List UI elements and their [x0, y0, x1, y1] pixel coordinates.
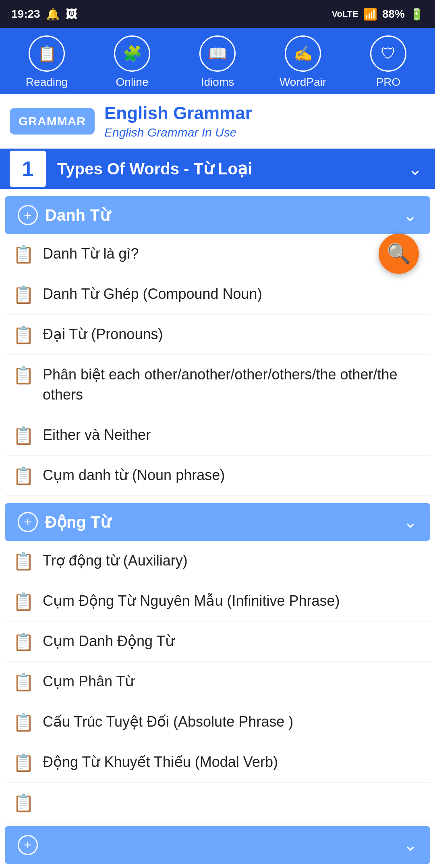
wordpair-icon: ✍ [294, 45, 313, 62]
network-icon: VoLTE [332, 9, 358, 19]
list-item[interactable]: 📋 Cấu Trúc Tuyệt Đối (Absolute Phrase ) [5, 702, 430, 742]
document-icon: 📋 [13, 426, 34, 445]
fab-search-button[interactable]: 🔍 [379, 234, 419, 274]
list-item[interactable]: 📋 Cụm danh từ (Noun phrase) [5, 456, 430, 496]
reading-icon: 📋 [37, 45, 56, 62]
grammar-title: English Grammar [104, 103, 252, 123]
item-text: Cụm Phân Từ [43, 671, 134, 692]
item-text: Danh Từ là gì? [43, 244, 139, 264]
list-item[interactable]: 📋 Phân biệt each other/another/other/oth… [5, 355, 430, 415]
category-plus-icon: + [18, 205, 38, 225]
reading-icon-circle: 📋 [29, 35, 65, 72]
idioms-icon: 📖 [208, 45, 227, 62]
search-icon: 🔍 [387, 242, 411, 265]
status-right: VoLTE 📶 88% 🔋 [332, 8, 424, 21]
signal-icon: 📶 [363, 8, 377, 21]
nav-bar: 📋 Reading 🧩 Online 📖 Idioms ✍ WordPair 🛡… [0, 28, 435, 94]
danh-tu-items: 📋 Danh Từ là gì? 📋 Danh Từ Ghép (Compoun… [0, 234, 435, 496]
section-number: 1 [10, 151, 46, 187]
document-icon: 📋 [13, 466, 34, 486]
list-item[interactable]: 📋 Either và Neither [5, 415, 430, 456]
document-icon: 📋 [13, 551, 34, 571]
category-plus-icon: + [18, 512, 38, 532]
item-text: Trợ động từ (Auxiliary) [43, 551, 188, 571]
category-danh-tu-chevron-icon: ⌄ [403, 205, 417, 225]
grammar-badge[interactable]: GRAMMAR [10, 108, 95, 135]
item-text: Cụm danh từ (Noun phrase) [43, 465, 225, 485]
category-dong-tu[interactable]: + Động Từ ⌄ [5, 503, 430, 541]
bottom-category-chevron-icon: ⌄ [403, 835, 417, 855]
battery-display: 88% [382, 8, 405, 21]
document-icon: 📋 [13, 753, 34, 773]
document-icon: 📋 [13, 592, 34, 611]
list-item[interactable]: 📋 Đại Từ (Pronouns) [5, 315, 430, 355]
bottom-category[interactable]: + ⌄ [5, 826, 430, 864]
dong-tu-items: 📋 Trợ động từ (Auxiliary) 📋 Cụm Động Từ … [0, 541, 435, 823]
list-item[interactable]: 📋 Động Từ Khuyết Thiếu (Modal Verb) [5, 742, 430, 783]
document-icon: 📋 [13, 285, 34, 305]
document-icon: 📋 [13, 713, 34, 732]
item-text: Đại Từ (Pronouns) [43, 324, 163, 344]
item-text: Cụm Động Từ Nguyên Mẫu (Infinitive Phras… [43, 591, 340, 611]
grammar-subtitle: English Grammar In Use [104, 126, 252, 139]
document-icon: 📋 [13, 325, 34, 345]
list-item[interactable]: 📋 Cụm Động Từ Nguyên Mẫu (Infinitive Phr… [5, 581, 430, 621]
category-dong-tu-chevron-icon: ⌄ [403, 512, 417, 532]
nav-online-label: Online [116, 76, 149, 89]
category-danh-tu-label: Danh Từ [45, 206, 396, 224]
item-text: Danh Từ Ghép (Compound Noun) [43, 284, 262, 304]
category-danh-tu[interactable]: + Danh Từ ⌄ [5, 196, 430, 234]
list-item[interactable]: 📋 Cụm Danh Động Từ [5, 621, 430, 662]
list-item[interactable]: 📋 [5, 783, 430, 823]
idioms-icon-circle: 📖 [199, 35, 236, 72]
item-text: Phân biệt each other/another/other/other… [43, 365, 422, 405]
status-left: 19:23 🔔 🖼 [11, 8, 77, 21]
nav-idioms[interactable]: 📖 Idioms [185, 35, 250, 89]
nav-idioms-label: Idioms [201, 76, 234, 89]
item-text: Cụm Danh Động Từ [43, 631, 174, 651]
pro-icon: 🛡 [381, 45, 396, 62]
nav-wordpair-label: WordPair [280, 76, 326, 89]
battery-icon: 🔋 [410, 8, 424, 21]
image-icon: 🖼 [66, 8, 77, 21]
nav-online[interactable]: 🧩 Online [100, 35, 164, 89]
nav-wordpair[interactable]: ✍ WordPair [271, 35, 335, 89]
list-item[interactable]: 📋 Cụm Phân Từ [5, 662, 430, 702]
nav-reading[interactable]: 📋 Reading [14, 35, 79, 89]
wordpair-icon-circle: ✍ [285, 35, 321, 72]
document-icon: 📋 [13, 365, 34, 385]
item-text: Cấu Trúc Tuyệt Đối (Absolute Phrase ) [43, 712, 293, 732]
list-item[interactable]: 📋 Danh Từ là gì? [5, 234, 430, 274]
item-text: Either và Neither [43, 425, 151, 445]
list-item[interactable]: 📋 Trợ động từ (Auxiliary) [5, 541, 430, 581]
item-text: Động Từ Khuyết Thiếu (Modal Verb) [43, 752, 278, 772]
document-icon: 📋 [13, 632, 34, 652]
document-icon: 📋 [13, 672, 34, 692]
grammar-header: GRAMMAR English Grammar English Grammar … [0, 94, 435, 149]
online-icon: 🧩 [123, 45, 142, 62]
notification-icon: 🔔 [46, 8, 60, 21]
list-item[interactable]: 📋 Danh Từ Ghép (Compound Noun) [5, 274, 430, 315]
nav-pro[interactable]: 🛡 PRO [356, 35, 420, 89]
nav-reading-label: Reading [26, 76, 68, 89]
document-icon: 📋 [13, 244, 34, 264]
status-bar: 19:23 🔔 🖼 VoLTE 📶 88% 🔋 [0, 0, 435, 28]
category-dong-tu-label: Động Từ [45, 513, 396, 531]
online-icon-circle: 🧩 [114, 35, 150, 72]
nav-pro-label: PRO [376, 76, 401, 89]
time-display: 19:23 [11, 8, 40, 21]
grammar-title-block: English Grammar English Grammar In Use [104, 103, 252, 139]
section-title: Types Of Words - Từ Loại [57, 160, 408, 178]
pro-icon-circle: 🛡 [370, 35, 406, 72]
section-chevron-icon: ⌄ [408, 159, 422, 179]
section-header[interactable]: 1 Types Of Words - Từ Loại ⌄ [0, 149, 435, 189]
document-icon: 📋 [13, 793, 34, 813]
category-plus-icon: + [18, 835, 38, 855]
